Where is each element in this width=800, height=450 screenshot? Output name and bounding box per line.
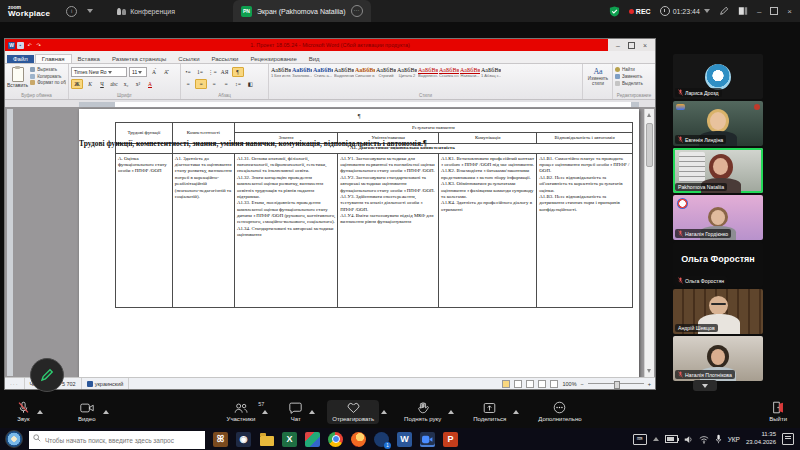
sort-button[interactable]: АЯ: [220, 68, 230, 76]
zoom-slider-thumb[interactable]: [614, 381, 620, 389]
share-options-chevron[interactable]: [513, 410, 519, 414]
select-button[interactable]: Выделить: [615, 81, 649, 86]
tab-shared-screen[interactable]: PN Экран (Pakhomova Nataliia) ···: [233, 0, 371, 22]
tab-options-icon[interactable]: ···: [351, 5, 363, 17]
font-color-button[interactable]: А: [145, 80, 155, 88]
view-outline-button[interactable]: [538, 380, 546, 388]
word-taskbar-icon[interactable]: W: [397, 432, 412, 447]
document-page[interactable]: Трудові функції, компетентності, знання,…: [79, 109, 639, 378]
react-options-chevron[interactable]: [381, 410, 387, 414]
grow-font-button[interactable]: А́: [149, 68, 159, 76]
scroll-down-icon[interactable]: [647, 369, 651, 373]
italic-button[interactable]: К: [85, 80, 95, 88]
security-shield-icon[interactable]: [609, 6, 620, 17]
tray-expand-icon[interactable]: [653, 437, 659, 441]
search-input[interactable]: [29, 431, 205, 449]
shrink-font-button[interactable]: А̌: [161, 68, 171, 76]
status-page-segment[interactable]: ···: [5, 378, 25, 389]
show-marks-button[interactable]: ¶: [232, 67, 244, 77]
participant-tile-larysa-drozd[interactable]: Лариса Дрозд: [673, 54, 763, 99]
raise-hand-button[interactable]: Поднять руку: [399, 400, 446, 424]
taskbar-search[interactable]: [29, 429, 205, 450]
audio-options-chevron[interactable]: [37, 410, 43, 414]
font-size-select[interactable]: 11: [129, 67, 147, 77]
language-indicator[interactable]: УКР: [728, 436, 740, 443]
touch-keyboard-icon[interactable]: ⌨: [633, 434, 647, 445]
copy-button[interactable]: Копировать: [30, 74, 66, 79]
zoom-taskbar-icon[interactable]: [420, 432, 435, 447]
tab-meeting[interactable]: Конференция: [117, 8, 175, 15]
raise-hand-options-chevron[interactable]: [448, 410, 454, 414]
view-print-layout-button[interactable]: [502, 380, 510, 388]
paste-button[interactable]: Вставить: [7, 65, 28, 93]
volume-icon[interactable]: [684, 435, 693, 444]
style-item[interactable]: АаБбВвГ Сильное в...: [355, 67, 375, 78]
start-button[interactable]: [5, 430, 23, 448]
ribbon-tab[interactable]: Рассылки: [205, 55, 244, 63]
taskbar-clock[interactable]: 11:35 23.04.2026: [746, 431, 776, 447]
view-draft-button[interactable]: [550, 380, 558, 388]
chat-button[interactable]: Чат: [284, 400, 307, 424]
audio-button[interactable]: Звук: [12, 399, 35, 424]
cut-button[interactable]: Вырезать: [30, 67, 66, 72]
layout-view-icon[interactable]: [738, 6, 748, 16]
style-item[interactable]: АаБбВвГ 1 Абзац с...: [481, 67, 501, 78]
wifi-icon[interactable]: [699, 435, 709, 444]
style-item[interactable]: АаБбВвГ Выделение: [334, 67, 354, 78]
participants-button[interactable]: 57 Участники: [222, 400, 261, 424]
chat-options-chevron[interactable]: [309, 410, 315, 414]
style-item[interactable]: АаБбВвГ Заголово...: [292, 67, 312, 78]
firefox-icon[interactable]: [351, 432, 366, 447]
word-maximize-button[interactable]: [628, 42, 635, 49]
line-spacing-button[interactable]: ↕≡: [233, 80, 243, 88]
superscript-button[interactable]: x²: [133, 80, 143, 88]
info-icon[interactable]: i: [66, 6, 77, 17]
chevron-down-icon[interactable]: [87, 9, 93, 13]
zoom-level[interactable]: 100%: [562, 381, 576, 387]
style-item[interactable]: АаБбВвГ Выделенн...: [418, 67, 438, 78]
align-right-button[interactable]: ≡: [209, 80, 219, 88]
scroll-up-icon[interactable]: [647, 113, 651, 117]
ribbon-tab[interactable]: Ссылки: [172, 55, 205, 63]
paint-app-icon[interactable]: [305, 432, 320, 447]
ribbon-tab[interactable]: Файл: [7, 55, 34, 63]
shading-button[interactable]: ◧: [245, 80, 255, 88]
justify-button[interactable]: ≡: [221, 80, 231, 88]
style-item[interactable]: АаБбВвГ Стиль а...: [313, 67, 333, 78]
maximize-button[interactable]: [770, 7, 778, 15]
taskbar-app-icon[interactable]: ꕤ: [213, 432, 228, 447]
participant-tile-nataliia-hordiienko[interactable]: Наталія Гордієнко: [673, 195, 763, 240]
video-options-chevron[interactable]: [103, 410, 109, 414]
align-center-button[interactable]: ≡: [195, 79, 207, 89]
word-scrollbar[interactable]: [644, 109, 654, 377]
participant-tile-evheniia-lyndina[interactable]: Евгенія Линдіна: [673, 101, 763, 146]
find-button[interactable]: Найти: [615, 67, 649, 72]
underline-button[interactable]: Ч: [97, 80, 107, 88]
language-status[interactable]: украинский: [82, 378, 130, 389]
ribbon-tab[interactable]: Разметка страницы: [106, 55, 172, 63]
bold-button[interactable]: Ж: [71, 79, 83, 89]
taskbar-app-icon[interactable]: ◉: [236, 432, 251, 447]
battery-icon[interactable]: [665, 435, 678, 443]
style-item[interactable]: АаБбВвГ Ссылка сн...: [439, 67, 459, 78]
ribbon-tab[interactable]: Вставка: [72, 55, 106, 63]
word-minimize-button[interactable]: –: [616, 42, 620, 49]
more-button[interactable]: Дополнительно: [533, 399, 586, 424]
react-button[interactable]: Отреагировать: [327, 400, 379, 424]
view-web-button[interactable]: [526, 380, 534, 388]
strikethrough-button[interactable]: abc: [109, 80, 119, 88]
multilevel-list-button[interactable]: ⋮≡: [207, 68, 218, 76]
style-item[interactable]: АаБбВвГ 1 Без инте...: [271, 67, 291, 78]
zoom-in-button[interactable]: +: [648, 381, 651, 387]
browser-icon[interactable]: 1: [374, 432, 389, 447]
bullets-button[interactable]: •≡: [183, 68, 193, 76]
powerpoint-icon[interactable]: P: [443, 432, 458, 447]
format-painter-button[interactable]: Формат по образцу: [30, 80, 66, 85]
leave-button[interactable]: Выйти: [764, 399, 792, 424]
excel-icon[interactable]: X: [282, 432, 297, 447]
file-explorer-icon[interactable]: [259, 432, 274, 447]
more-participants-button[interactable]: [693, 380, 717, 391]
annotate-pen-icon[interactable]: [719, 6, 729, 16]
zoom-slider[interactable]: [588, 383, 644, 384]
ribbon-tab[interactable]: Главная: [35, 54, 72, 63]
